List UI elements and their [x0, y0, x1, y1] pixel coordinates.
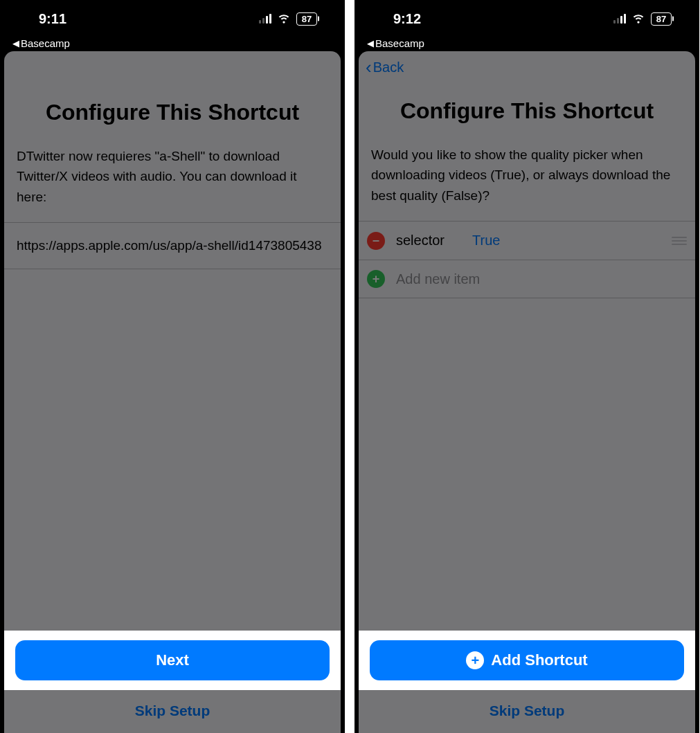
dict-value[interactable]: True [472, 233, 500, 248]
status-icons: 87 [613, 10, 672, 27]
add-item-button[interactable]: + [367, 270, 385, 288]
back-label: Back [373, 60, 404, 75]
clock: 9:12 [393, 11, 421, 27]
clock: 9:11 [39, 11, 66, 27]
remove-item-button[interactable]: – [367, 232, 385, 250]
next-button[interactable]: Next [15, 640, 330, 680]
cellular-icon [613, 14, 626, 24]
wifi-icon [631, 10, 645, 27]
description-text: DTwitter now requieres "a-Shell" to down… [4, 146, 341, 222]
dict-key[interactable]: selector [396, 233, 445, 248]
page-title: Configure This Shortcut [359, 83, 695, 145]
screenshot-left: 9:11 87 ◀ Basecamp Configure This Shortc… [0, 0, 345, 733]
next-button-label: Next [156, 651, 189, 669]
add-shortcut-label: Add Shortcut [491, 651, 587, 669]
primary-button-bar: Next [4, 631, 341, 690]
modal-sheet: ‹ Back Configure This Shortcut Would you… [359, 51, 695, 733]
add-item-row[interactable]: + Add new item [359, 260, 695, 298]
battery-icon: 87 [651, 12, 672, 26]
breadcrumb-label: Basecamp [21, 37, 70, 49]
breadcrumb-label: Basecamp [375, 37, 424, 49]
skip-setup-link[interactable]: Skip Setup [359, 690, 695, 719]
primary-button-bar: + Add Shortcut [359, 631, 695, 690]
chevron-left-icon: ‹ [366, 58, 372, 76]
url-text[interactable]: https://apps.apple.com/us/app/a-shell/id… [4, 222, 341, 269]
back-arrow-icon: ◀ [12, 38, 19, 48]
page-title: Configure This Shortcut [4, 51, 341, 146]
status-icons: 87 [259, 10, 317, 27]
back-arrow-icon: ◀ [367, 38, 374, 48]
description-text: Would you like to show the quality picke… [359, 145, 695, 221]
dictionary-row[interactable]: – selector True [359, 221, 695, 260]
drag-handle-icon[interactable] [672, 237, 687, 245]
cellular-icon [259, 14, 271, 24]
add-item-placeholder: Add new item [396, 271, 480, 287]
wifi-icon [277, 10, 291, 27]
status-bar: 9:12 87 [355, 0, 699, 37]
modal-sheet: Configure This Shortcut DTwitter now req… [4, 51, 341, 733]
screenshot-right: 9:12 87 ◀ Basecamp ‹ Back Configure This… [355, 0, 699, 733]
back-button[interactable]: ‹ Back [366, 58, 404, 76]
plus-circle-icon: + [466, 651, 484, 669]
status-bar: 9:11 87 [0, 0, 345, 37]
battery-icon: 87 [296, 12, 317, 26]
add-shortcut-button[interactable]: + Add Shortcut [370, 640, 684, 680]
skip-setup-link[interactable]: Skip Setup [4, 690, 341, 719]
